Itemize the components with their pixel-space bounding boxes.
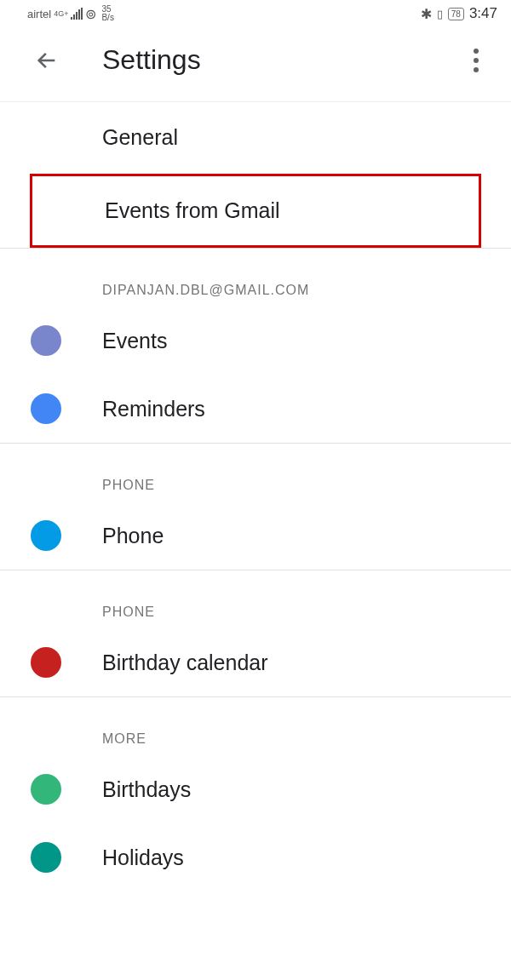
calendar-color-icon <box>31 842 61 873</box>
calendar-item[interactable]: Birthday calendar <box>0 628 511 696</box>
status-bar: airtel 4G+ ⊚ 35 B/s ✱ ▯ 78 3:47 <box>0 0 511 27</box>
calendar-item[interactable]: Reminders <box>0 375 511 443</box>
calendar-label: Reminders <box>102 397 205 421</box>
vibrate-icon: ▯ <box>437 8 443 20</box>
battery-level: 78 <box>451 9 461 19</box>
section-header: DIPANJAN.DBL@GMAIL.COM <box>0 249 511 307</box>
calendar-color-icon <box>31 647 61 678</box>
calendar-label: Holidays <box>102 845 184 870</box>
settings-label: General <box>102 125 178 150</box>
calendar-item[interactable]: Phone <box>0 501 511 570</box>
status-right: ✱ ▯ 78 3:47 <box>421 5 497 22</box>
more-dot-icon <box>474 58 479 63</box>
calendar-label: Events <box>102 329 167 353</box>
settings-item-general[interactable]: General <box>0 103 511 172</box>
speed-unit: B/s <box>101 14 113 22</box>
section-header: PHONE <box>0 444 511 501</box>
signal-icon <box>71 8 83 20</box>
section-header: MORE <box>0 697 511 755</box>
page-title: Settings <box>102 44 201 76</box>
calendar-item[interactable]: Events <box>0 307 511 375</box>
calendar-label: Phone <box>102 524 164 548</box>
more-dot-icon <box>474 67 479 72</box>
settings-item-events-gmail[interactable]: Events from Gmail <box>30 174 481 248</box>
carrier-label: airtel <box>27 8 51 20</box>
clock: 3:47 <box>469 5 497 22</box>
calendar-color-icon <box>31 393 61 424</box>
wifi-icon: ⊚ <box>85 6 96 22</box>
network-speed: 35 B/s <box>101 5 113 22</box>
app-header: Settings <box>0 27 511 102</box>
calendar-color-icon <box>31 520 61 551</box>
calendar-label: Birthday calendar <box>102 650 268 675</box>
calendar-color-icon <box>31 774 61 805</box>
section-header: PHONE <box>0 570 511 628</box>
calendar-item[interactable]: Birthdays <box>0 755 511 823</box>
more-menu-button[interactable] <box>467 42 485 79</box>
network-type: 4G+ <box>54 9 68 18</box>
back-button[interactable] <box>34 48 60 73</box>
settings-label: Events from Gmail <box>105 198 280 223</box>
calendar-label: Birthdays <box>102 777 191 802</box>
bluetooth-icon: ✱ <box>421 6 432 22</box>
battery-icon: 78 <box>448 8 464 20</box>
status-left: airtel 4G+ ⊚ 35 B/s <box>27 5 114 22</box>
more-dot-icon <box>474 49 479 54</box>
calendar-item[interactable]: Holidays <box>0 823 511 891</box>
calendar-color-icon <box>31 325 61 356</box>
